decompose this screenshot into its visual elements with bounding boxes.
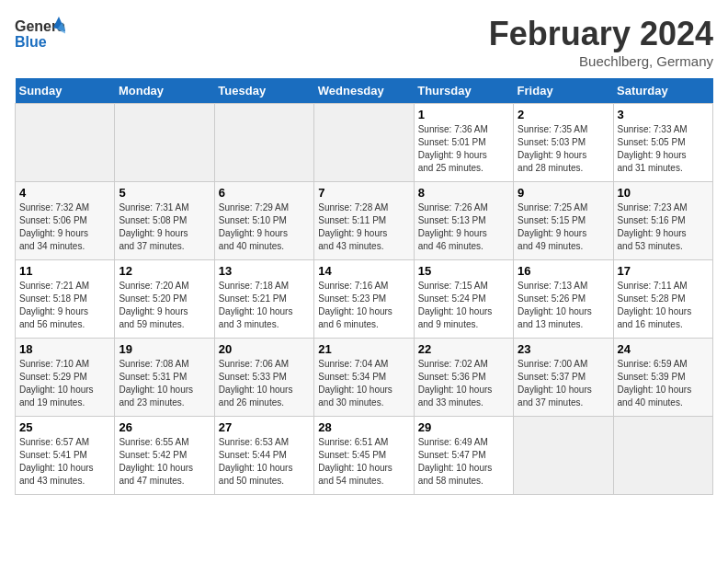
calendar-title-area: February 2024 Buechlberg, Germany [489, 15, 713, 69]
day-info: Sunrise: 6:59 AM Sunset: 5:39 PM Dayligh… [618, 358, 709, 409]
calendar-cell: 4Sunrise: 7:32 AM Sunset: 5:06 PM Daylig… [16, 182, 115, 260]
calendar-header: SundayMondayTuesdayWednesdayThursdayFrid… [16, 78, 713, 104]
calendar-week-2: 4Sunrise: 7:32 AM Sunset: 5:06 PM Daylig… [16, 182, 713, 260]
day-number: 17 [618, 264, 709, 278]
day-number: 28 [318, 420, 409, 434]
calendar-cell: 20Sunrise: 7:06 AM Sunset: 5:33 PM Dayli… [214, 339, 313, 417]
logo: General Blue [15, 15, 65, 56]
day-info: Sunrise: 7:35 AM Sunset: 5:03 PM Dayligh… [518, 123, 609, 175]
calendar-cell: 17Sunrise: 7:11 AM Sunset: 5:28 PM Dayli… [613, 260, 712, 339]
day-info: Sunrise: 7:16 AM Sunset: 5:23 PM Dayligh… [318, 280, 409, 331]
logo-image: General Blue [15, 15, 65, 56]
page-header: General Blue February 2024 Buechlberg, G… [15, 15, 713, 69]
calendar-cell: 11Sunrise: 7:21 AM Sunset: 5:18 PM Dayli… [16, 260, 115, 339]
calendar-cell [613, 417, 712, 495]
calendar-cell [214, 104, 313, 182]
day-info: Sunrise: 7:11 AM Sunset: 5:28 PM Dayligh… [618, 280, 709, 331]
day-number: 4 [19, 186, 110, 200]
day-number: 5 [119, 186, 210, 200]
weekday-header-saturday: Saturday [613, 78, 712, 104]
calendar-cell: 8Sunrise: 7:26 AM Sunset: 5:13 PM Daylig… [414, 182, 513, 260]
calendar-week-1: 1Sunrise: 7:36 AM Sunset: 5:01 PM Daylig… [16, 104, 713, 182]
day-number: 25 [19, 420, 110, 434]
weekday-header-wednesday: Wednesday [314, 78, 414, 104]
day-number: 9 [518, 186, 609, 200]
weekday-header-tuesday: Tuesday [214, 78, 313, 104]
month-year-title: February 2024 [489, 15, 713, 53]
calendar-cell [115, 104, 214, 182]
day-info: Sunrise: 7:25 AM Sunset: 5:15 PM Dayligh… [518, 201, 609, 253]
calendar-cell: 12Sunrise: 7:20 AM Sunset: 5:20 PM Dayli… [115, 260, 214, 339]
day-number: 29 [418, 420, 509, 434]
day-info: Sunrise: 7:08 AM Sunset: 5:31 PM Dayligh… [119, 358, 210, 409]
calendar-table: SundayMondayTuesdayWednesdayThursdayFrid… [15, 78, 713, 495]
weekday-header-monday: Monday [115, 78, 214, 104]
calendar-body: 1Sunrise: 7:36 AM Sunset: 5:01 PM Daylig… [16, 104, 713, 495]
calendar-cell: 13Sunrise: 7:18 AM Sunset: 5:21 PM Dayli… [214, 260, 313, 339]
day-number: 14 [318, 264, 409, 278]
day-number: 7 [318, 186, 409, 200]
calendar-cell: 21Sunrise: 7:04 AM Sunset: 5:34 PM Dayli… [314, 339, 414, 417]
calendar-cell: 3Sunrise: 7:33 AM Sunset: 5:05 PM Daylig… [613, 104, 712, 182]
calendar-week-5: 25Sunrise: 6:57 AM Sunset: 5:41 PM Dayli… [16, 417, 713, 495]
calendar-cell: 24Sunrise: 6:59 AM Sunset: 5:39 PM Dayli… [613, 339, 712, 417]
day-info: Sunrise: 7:36 AM Sunset: 5:01 PM Dayligh… [418, 123, 509, 175]
day-info: Sunrise: 7:06 AM Sunset: 5:33 PM Dayligh… [219, 358, 310, 409]
calendar-cell [514, 417, 613, 495]
calendar-cell: 27Sunrise: 6:53 AM Sunset: 5:44 PM Dayli… [214, 417, 313, 495]
day-info: Sunrise: 7:04 AM Sunset: 5:34 PM Dayligh… [318, 358, 409, 409]
day-number: 26 [119, 420, 210, 434]
day-number: 12 [119, 264, 210, 278]
calendar-week-4: 18Sunrise: 7:10 AM Sunset: 5:29 PM Dayli… [16, 339, 713, 417]
calendar-cell: 25Sunrise: 6:57 AM Sunset: 5:41 PM Dayli… [16, 417, 115, 495]
weekday-header-sunday: Sunday [16, 78, 115, 104]
calendar-cell: 18Sunrise: 7:10 AM Sunset: 5:29 PM Dayli… [16, 339, 115, 417]
day-number: 23 [518, 342, 609, 356]
day-info: Sunrise: 7:15 AM Sunset: 5:24 PM Dayligh… [418, 280, 509, 331]
day-number: 13 [219, 264, 310, 278]
day-info: Sunrise: 7:18 AM Sunset: 5:21 PM Dayligh… [219, 280, 310, 331]
day-number: 20 [219, 342, 310, 356]
weekday-header-thursday: Thursday [414, 78, 513, 104]
day-number: 18 [19, 342, 110, 356]
calendar-cell [16, 104, 115, 182]
calendar-cell: 14Sunrise: 7:16 AM Sunset: 5:23 PM Dayli… [314, 260, 414, 339]
calendar-week-3: 11Sunrise: 7:21 AM Sunset: 5:18 PM Dayli… [16, 260, 713, 339]
calendar-cell: 16Sunrise: 7:13 AM Sunset: 5:26 PM Dayli… [514, 260, 613, 339]
calendar-cell: 23Sunrise: 7:00 AM Sunset: 5:37 PM Dayli… [514, 339, 613, 417]
day-info: Sunrise: 7:21 AM Sunset: 5:18 PM Dayligh… [19, 280, 110, 331]
calendar-cell: 22Sunrise: 7:02 AM Sunset: 5:36 PM Dayli… [414, 339, 513, 417]
calendar-cell: 1Sunrise: 7:36 AM Sunset: 5:01 PM Daylig… [414, 104, 513, 182]
day-info: Sunrise: 7:28 AM Sunset: 5:11 PM Dayligh… [318, 201, 409, 253]
day-info: Sunrise: 7:29 AM Sunset: 5:10 PM Dayligh… [219, 201, 310, 253]
day-info: Sunrise: 7:31 AM Sunset: 5:08 PM Dayligh… [119, 201, 210, 253]
calendar-cell: 7Sunrise: 7:28 AM Sunset: 5:11 PM Daylig… [314, 182, 414, 260]
day-number: 8 [418, 186, 509, 200]
day-info: Sunrise: 7:13 AM Sunset: 5:26 PM Dayligh… [518, 280, 609, 331]
calendar-cell: 5Sunrise: 7:31 AM Sunset: 5:08 PM Daylig… [115, 182, 214, 260]
weekday-header-friday: Friday [514, 78, 613, 104]
location-subtitle: Buechlberg, Germany [489, 53, 713, 69]
day-number: 24 [618, 342, 709, 356]
day-number: 1 [418, 108, 509, 121]
calendar-cell: 28Sunrise: 6:51 AM Sunset: 5:45 PM Dayli… [314, 417, 414, 495]
day-number: 22 [418, 342, 509, 356]
day-info: Sunrise: 7:33 AM Sunset: 5:05 PM Dayligh… [618, 123, 709, 175]
day-info: Sunrise: 6:53 AM Sunset: 5:44 PM Dayligh… [219, 436, 310, 488]
day-number: 19 [119, 342, 210, 356]
day-info: Sunrise: 7:26 AM Sunset: 5:13 PM Dayligh… [418, 201, 509, 253]
calendar-cell: 15Sunrise: 7:15 AM Sunset: 5:24 PM Dayli… [414, 260, 513, 339]
svg-text:Blue: Blue [15, 34, 47, 50]
day-info: Sunrise: 7:20 AM Sunset: 5:20 PM Dayligh… [119, 280, 210, 331]
day-number: 21 [318, 342, 409, 356]
day-info: Sunrise: 6:51 AM Sunset: 5:45 PM Dayligh… [318, 436, 409, 488]
day-number: 27 [219, 420, 310, 434]
day-number: 11 [19, 264, 110, 278]
calendar-cell: 19Sunrise: 7:08 AM Sunset: 5:31 PM Dayli… [115, 339, 214, 417]
day-info: Sunrise: 6:55 AM Sunset: 5:42 PM Dayligh… [119, 436, 210, 488]
day-number: 16 [518, 264, 609, 278]
day-info: Sunrise: 7:00 AM Sunset: 5:37 PM Dayligh… [518, 358, 609, 409]
calendar-cell: 6Sunrise: 7:29 AM Sunset: 5:10 PM Daylig… [214, 182, 313, 260]
day-number: 10 [618, 186, 709, 200]
day-info: Sunrise: 6:49 AM Sunset: 5:47 PM Dayligh… [418, 436, 509, 488]
